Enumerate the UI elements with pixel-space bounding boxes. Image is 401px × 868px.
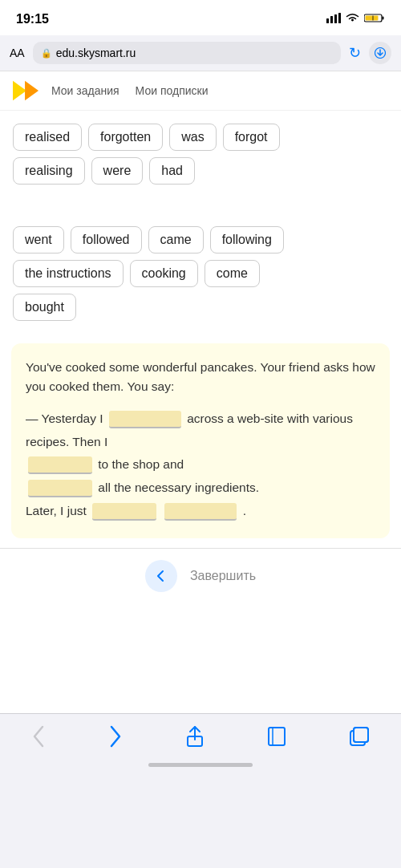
word-row-2: realising were had <box>13 157 388 185</box>
browser-aa-label[interactable]: AA <box>10 47 25 59</box>
status-time: 19:15 <box>16 12 49 26</box>
word-row-5: bought <box>13 294 388 321</box>
exercise-intro-text: You've cooked some wonderful pancakes. Y… <box>26 360 375 393</box>
download-icon[interactable] <box>369 42 391 64</box>
main-content: Мои задания Мои подписки realised forgot… <box>0 71 401 713</box>
wifi-icon <box>346 13 359 26</box>
period: . <box>243 504 246 517</box>
word-chip-forgot[interactable]: forgot <box>223 124 280 151</box>
complete-button[interactable]: Завершить <box>190 569 256 583</box>
divider-1 <box>0 197 401 213</box>
safari-bar <box>0 713 401 772</box>
exercise-card: You've cooked some wonderful pancakes. Y… <box>11 343 390 538</box>
safari-bookmarks-button[interactable] <box>259 722 294 756</box>
word-chip-came[interactable]: came <box>148 226 204 254</box>
word-chip-went[interactable]: went <box>13 226 64 254</box>
blank-3[interactable] <box>28 480 92 497</box>
svg-rect-5 <box>383 17 384 20</box>
refresh-icon[interactable]: ↻ <box>349 44 361 62</box>
blank-5[interactable] <box>164 503 237 521</box>
lock-icon: 🔒 <box>41 48 52 59</box>
back-button[interactable] <box>145 560 177 592</box>
exercise-text: — Yesterday I across a web-site with var… <box>26 408 375 522</box>
svg-rect-13 <box>269 728 285 745</box>
svg-rect-17 <box>354 728 368 742</box>
exercise-intro: You've cooked some wonderful pancakes. Y… <box>26 358 375 396</box>
blank-4[interactable] <box>92 503 156 521</box>
svg-rect-6 <box>366 16 379 21</box>
status-bar: 19:15 <box>0 0 401 35</box>
signal-icon <box>326 13 341 26</box>
word-chip-the-instructions[interactable]: the instructions <box>13 260 124 287</box>
word-chip-bought[interactable]: bought <box>13 294 76 321</box>
home-indicator <box>148 763 253 767</box>
blank-2[interactable] <box>28 456 92 474</box>
word-row-3: went followed came following <box>13 226 388 254</box>
word-chip-realised[interactable]: realised <box>13 124 82 151</box>
word-bank-2: went followed came following the instruc… <box>0 213 401 334</box>
blank-1[interactable] <box>109 411 181 428</box>
word-row-4: the instructions cooking come <box>13 260 388 287</box>
word-chip-cooking[interactable]: cooking <box>130 260 198 287</box>
safari-tabs-button[interactable] <box>341 723 378 755</box>
svg-rect-0 <box>326 18 329 23</box>
browser-url-box[interactable]: 🔒 edu.skysmart.ru <box>33 42 341 64</box>
line1-prefix: — Yesterday I <box>26 412 103 425</box>
word-chip-come[interactable]: come <box>205 260 260 287</box>
svg-rect-2 <box>334 14 337 23</box>
safari-back-button[interactable] <box>23 722 54 756</box>
svg-rect-1 <box>330 16 333 23</box>
browser-url-text: edu.skysmart.ru <box>56 47 136 59</box>
nav-my-tasks[interactable]: Мои задания <box>51 84 119 97</box>
nav-links: Мои задания Мои подписки <box>51 84 209 97</box>
browser-bar: AA 🔒 edu.skysmart.ru ↻ <box>0 35 401 71</box>
word-bank-1: realised forgotten was forgot realising … <box>0 111 401 197</box>
word-chip-had[interactable]: had <box>149 157 195 185</box>
svg-marker-11 <box>25 81 38 100</box>
battery-icon <box>364 13 385 26</box>
safari-share-button[interactable] <box>177 722 213 756</box>
line4-prefix: Later, I just <box>26 504 87 517</box>
word-row-1: realised forgotten was forgot <box>13 124 388 151</box>
nav-my-subscriptions[interactable]: Мои подписки <box>136 84 209 97</box>
word-chip-forgotten[interactable]: forgotten <box>88 124 163 151</box>
word-chip-followed[interactable]: followed <box>71 226 142 254</box>
line3-suffix: all the necessary ingredients. <box>98 481 259 494</box>
word-chip-following[interactable]: following <box>210 226 284 254</box>
svg-rect-3 <box>338 13 341 23</box>
logo <box>13 81 38 100</box>
line2-suffix: to the shop and <box>98 457 184 471</box>
nav-bar: Мои задания Мои подписки <box>0 71 401 111</box>
bottom-action-bar: Завершить <box>0 548 401 603</box>
word-chip-were[interactable]: were <box>91 157 144 185</box>
svg-marker-10 <box>13 81 26 100</box>
word-chip-realising[interactable]: realising <box>13 157 85 185</box>
safari-forward-button[interactable] <box>100 722 131 756</box>
status-icons <box>326 13 385 26</box>
word-chip-was[interactable]: was <box>169 124 216 151</box>
